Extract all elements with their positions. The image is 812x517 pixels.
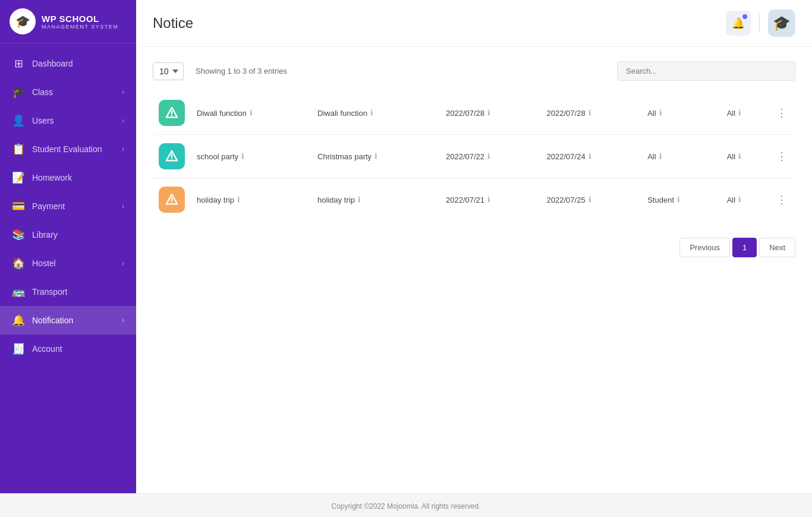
sidebar-item-label: Class [32, 87, 53, 97]
sidebar-item-hostel[interactable]: 🏠 Hostel › [0, 249, 136, 278]
info-icon[interactable]: ℹ [738, 196, 741, 204]
chevron-right-icon: › [122, 116, 124, 125]
row-short-desc: holiday trip ℹ [311, 178, 440, 222]
info-icon[interactable]: ℹ [588, 152, 591, 160]
avatar-icon: 🎓 [773, 15, 791, 31]
info-icon[interactable]: ℹ [358, 196, 361, 204]
payment-icon: 💳 [12, 200, 25, 213]
info-icon[interactable]: ℹ [237, 196, 240, 204]
info-icon[interactable]: ℹ [487, 196, 490, 204]
sidebar-item-student-evaluation[interactable]: 📋 Student Evaluation › [0, 135, 136, 163]
main-content: Notice 🔔 🎓 10 25 50 [136, 0, 812, 493]
info-icon[interactable]: ℹ [374, 152, 377, 160]
search-input[interactable] [617, 61, 795, 81]
sidebar-item-label: Homework [32, 173, 72, 182]
chevron-right-icon: › [122, 259, 124, 267]
info-icon[interactable]: ℹ [487, 109, 490, 117]
transport-icon: 🚌 [12, 285, 25, 298]
svg-point-5 [171, 201, 172, 203]
more-options-button[interactable]: ⋮ [774, 147, 789, 165]
row-date-to: 2022/07/28 ℹ [541, 92, 642, 135]
footer: Copyright ©2022 Mojoomla. All rights res… [0, 493, 812, 517]
entries-select[interactable]: 10 25 50 [153, 62, 184, 80]
more-options-button[interactable]: ⋮ [774, 191, 789, 209]
account-icon: 🧾 [12, 342, 25, 355]
row-icon-cell [153, 178, 191, 222]
page-title: Notice [153, 15, 193, 31]
info-icon[interactable]: ℹ [738, 109, 741, 117]
notice-icon-green [159, 100, 185, 126]
sidebar-item-homework[interactable]: 📝 Homework [0, 163, 136, 192]
row-date-to: 2022/07/25 ℹ [541, 178, 642, 222]
library-icon: 📚 [12, 228, 25, 241]
info-icon[interactable]: ℹ [370, 109, 373, 117]
info-icon[interactable]: ℹ [487, 152, 490, 160]
pagination: Previous 1 Next [153, 238, 795, 257]
sidebar-item-class[interactable]: 🎓 Class › [0, 78, 136, 106]
info-icon[interactable]: ℹ [241, 152, 244, 160]
row-icon-cell [153, 92, 191, 135]
page-1-button[interactable]: 1 [732, 238, 757, 257]
notification-icon: 🔔 [12, 314, 25, 327]
info-icon[interactable]: ℹ [588, 109, 591, 117]
previous-button[interactable]: Previous [679, 238, 730, 257]
chevron-right-icon: › [122, 202, 124, 210]
info-icon[interactable]: ℹ [250, 109, 253, 117]
notification-button[interactable]: 🔔 [726, 11, 751, 36]
sidebar-item-label: Dashboard [32, 59, 73, 68]
sidebar-item-label: Account [32, 344, 62, 354]
sidebar-item-label: Users [32, 116, 54, 125]
row-audience2: All ℹ [721, 92, 768, 135]
app-subtitle: MANAGEMENT SYSTEM [42, 24, 118, 30]
sidebar-item-label: Payment [32, 201, 65, 211]
next-button[interactable]: Next [759, 238, 795, 257]
sidebar-item-payment[interactable]: 💳 Payment › [0, 192, 136, 220]
logo-icon: 🎓 [10, 8, 36, 34]
info-icon[interactable]: ℹ [659, 152, 662, 160]
sidebar-item-transport[interactable]: 🚌 Transport [0, 278, 136, 306]
entries-wrapper: 10 25 50 Showing 1 to 3 of 3 entries [153, 62, 287, 80]
app-name: WP SCHOOL [42, 14, 118, 24]
homework-icon: 📝 [12, 171, 25, 184]
sidebar-item-dashboard[interactable]: ⊞ Dashboard [0, 49, 136, 78]
sidebar-item-label: Transport [32, 287, 67, 297]
notification-badge [742, 14, 747, 19]
notice-table: Diwali function ℹ Diwali function ℹ [153, 92, 795, 221]
sidebar-item-account[interactable]: 🧾 Account [0, 335, 136, 363]
notice-icon-orange [159, 187, 185, 213]
row-actions: ⋮ [768, 135, 795, 178]
svg-point-1 [171, 115, 172, 116]
hostel-icon: 🏠 [12, 257, 25, 270]
sidebar-item-users[interactable]: 👤 Users › [0, 106, 136, 135]
content-area: 10 25 50 Showing 1 to 3 of 3 entries [136, 47, 812, 493]
sidebar-item-label: Student Evaluation [32, 144, 102, 154]
row-actions: ⋮ [768, 178, 795, 222]
sidebar-item-label: Hostel [32, 258, 56, 268]
row-date-from: 2022/07/22 ℹ [440, 135, 541, 178]
footer-text: Copyright ©2022 Mojoomla. All rights res… [332, 502, 481, 510]
users-icon: 👤 [12, 114, 25, 127]
sidebar-item-label: Library [32, 230, 58, 239]
table-row: school party ℹ Christmas party ℹ [153, 135, 795, 178]
sidebar: 🎓 WP SCHOOL MANAGEMENT SYSTEM ⊞ Dashboar… [0, 0, 136, 493]
chevron-right-icon: › [122, 145, 124, 153]
row-icon-cell [153, 135, 191, 178]
logo-text: WP SCHOOL MANAGEMENT SYSTEM [42, 14, 118, 30]
info-icon[interactable]: ℹ [677, 196, 680, 204]
row-date-from: 2022/07/28 ℹ [440, 92, 541, 135]
row-audience2: All ℹ [721, 135, 768, 178]
dashboard-icon: ⊞ [12, 57, 25, 70]
sidebar-nav: ⊞ Dashboard 🎓 Class › 👤 Users › 📋 Studen… [0, 43, 136, 493]
row-title: holiday trip ℹ [191, 178, 311, 222]
sidebar-item-library[interactable]: 📚 Library [0, 220, 136, 249]
info-icon[interactable]: ℹ [588, 196, 591, 204]
table-controls: 10 25 50 Showing 1 to 3 of 3 entries [153, 61, 795, 81]
header-divider [759, 14, 760, 33]
user-avatar-button[interactable]: 🎓 [768, 10, 795, 37]
class-icon: 🎓 [12, 86, 25, 99]
info-icon[interactable]: ℹ [738, 152, 741, 160]
sidebar-item-notification[interactable]: 🔔 Notification › [0, 306, 136, 335]
more-options-button[interactable]: ⋮ [774, 104, 789, 122]
info-icon[interactable]: ℹ [659, 109, 662, 117]
bell-icon: 🔔 [732, 17, 745, 30]
